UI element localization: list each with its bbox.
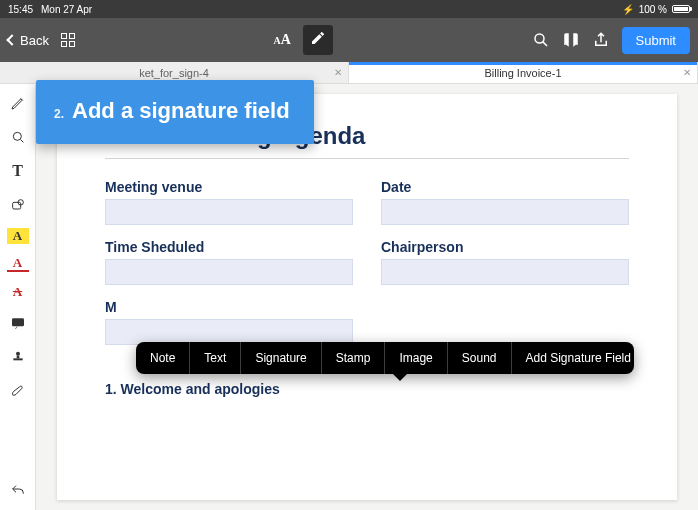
text-style-button[interactable]: AA xyxy=(274,32,291,48)
field-input[interactable] xyxy=(381,259,629,285)
field-label: Date xyxy=(381,179,629,195)
back-label: Back xyxy=(20,33,49,48)
svg-rect-8 xyxy=(16,356,19,359)
undo-button[interactable] xyxy=(7,480,29,502)
ios-status-bar: 15:45 Mon 27 Apr ⚡ 100 % xyxy=(0,0,698,18)
back-button[interactable]: Back xyxy=(8,33,49,48)
svg-point-6 xyxy=(16,352,20,356)
share-button[interactable] xyxy=(592,31,610,49)
brush-tool[interactable] xyxy=(7,380,29,402)
shape-tool[interactable] xyxy=(7,194,29,216)
field-label: Meeting venue xyxy=(105,179,353,195)
tab-label: Billing Invoice-1 xyxy=(484,67,561,79)
text-tool[interactable]: T xyxy=(7,160,29,182)
chevron-left-icon xyxy=(6,34,17,45)
app-toolbar: Back AA Submit xyxy=(0,18,698,62)
comment-tool[interactable] xyxy=(7,312,29,334)
annotation-context-menu: Note Text Signature Stamp Image Sound Ad… xyxy=(136,342,634,374)
svg-point-2 xyxy=(13,132,21,140)
field-minutes: M xyxy=(105,299,353,345)
ctx-note[interactable]: Note xyxy=(136,342,190,374)
agenda-item-1: 1. Welcome and apologies xyxy=(105,381,629,397)
field-meeting-venue: Meeting venue xyxy=(105,179,353,225)
svg-rect-3 xyxy=(12,202,20,209)
tutorial-step-number: 2. xyxy=(54,107,64,121)
svg-line-1 xyxy=(542,42,546,46)
pen-tool[interactable] xyxy=(7,92,29,114)
submit-button[interactable]: Submit xyxy=(622,27,690,54)
tab-label: ket_for_sign-4 xyxy=(139,67,209,79)
field-label: Time Sheduled xyxy=(105,239,353,255)
document-page[interactable]: Board Meeting Agenda Meeting venue Date … xyxy=(57,94,677,500)
field-label: M xyxy=(105,299,353,315)
status-date: Mon 27 Apr xyxy=(41,4,92,15)
svg-point-0 xyxy=(535,34,544,43)
bookmarks-button[interactable] xyxy=(562,31,580,49)
tab-1[interactable]: Billing Invoice-1 ✕ xyxy=(349,62,698,83)
field-input[interactable] xyxy=(105,199,353,225)
tutorial-callout: 2. Add a signature field xyxy=(36,80,314,144)
ctx-sound[interactable]: Sound xyxy=(448,342,512,374)
status-time: 15:45 xyxy=(8,4,33,15)
lasso-tool[interactable] xyxy=(7,126,29,148)
annotate-button[interactable] xyxy=(303,25,333,55)
ctx-signature[interactable]: Signature xyxy=(241,342,321,374)
thumbnails-button[interactable] xyxy=(61,33,75,47)
search-button[interactable] xyxy=(532,31,550,49)
annotation-toolbar: T A A A xyxy=(0,84,36,510)
field-input[interactable] xyxy=(381,199,629,225)
pencil-icon xyxy=(310,30,326,50)
charging-icon: ⚡ xyxy=(622,4,634,15)
field-chairperson: Chairperson xyxy=(381,239,629,285)
battery-pct: 100 % xyxy=(639,4,667,15)
ctx-text[interactable]: Text xyxy=(190,342,241,374)
stamp-tool[interactable] xyxy=(7,346,29,368)
tutorial-text: Add a signature field xyxy=(72,98,290,124)
close-icon[interactable]: ✕ xyxy=(683,67,691,78)
svg-rect-5 xyxy=(12,318,24,326)
underline-tool[interactable]: A xyxy=(7,256,29,272)
field-time-scheduled: Time Sheduled xyxy=(105,239,353,285)
divider xyxy=(105,158,629,159)
highlight-tool[interactable]: A xyxy=(7,228,29,244)
ctx-image[interactable]: Image xyxy=(385,342,447,374)
strikethrough-tool[interactable]: A xyxy=(7,284,29,300)
field-input[interactable] xyxy=(105,259,353,285)
field-label: Chairperson xyxy=(381,239,629,255)
ctx-stamp[interactable]: Stamp xyxy=(322,342,386,374)
battery-icon xyxy=(672,5,690,13)
field-date: Date xyxy=(381,179,629,225)
close-icon[interactable]: ✕ xyxy=(334,67,342,78)
ctx-add-signature-field[interactable]: Add Signature Field xyxy=(512,342,645,374)
svg-rect-7 xyxy=(13,358,22,360)
